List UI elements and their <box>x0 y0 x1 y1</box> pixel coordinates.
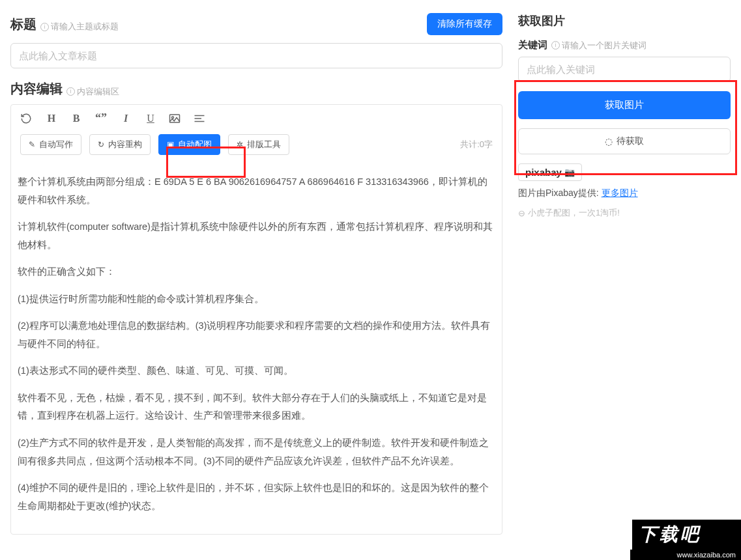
title-heading: 标题 <box>10 16 36 33</box>
quote-icon[interactable]: “” <box>94 111 108 125</box>
settings-icon: ✲ <box>237 140 243 149</box>
pending-button[interactable]: ◌ 待获取 <box>518 128 731 154</box>
keyword-input[interactable] <box>518 57 731 82</box>
content-paragraph: (2)程序可以满意地处理信息的数据结构。(3)说明程序功能要求和程序需要的文档的… <box>18 317 495 353</box>
content-paragraph: (1)表达形式不同的硬件类型、颜色、味道、可见、可摸、可闻。 <box>18 362 495 380</box>
info-icon: i <box>66 87 75 96</box>
fetch-image-button[interactable]: 获取图片 <box>518 91 731 119</box>
content-paragraph: 软件看不见，无色，枯燥，看不见，摸不到，闻不到。软件大部分存在于人们的头脑或纸上… <box>18 389 495 425</box>
underline-icon[interactable]: U <box>144 113 157 124</box>
editor-hint: i 内容编辑区 <box>66 86 119 98</box>
svg-rect-0 <box>170 115 180 122</box>
content-paragraph: (2)生产方式不同的软件是开发，是人类智能的高发挥，而不是传统意义上的硬件制造。… <box>18 434 495 470</box>
image-icon[interactable] <box>169 113 182 124</box>
word-count: 共计:0字 <box>460 139 493 150</box>
more-images-link[interactable]: 更多图片 <box>602 188 638 198</box>
info-icon: i <box>40 23 49 31</box>
watermark: 下载吧 www.xiazaiba.com <box>630 520 741 560</box>
content-rebuild-button[interactable]: ↻ 内容重构 <box>89 134 151 155</box>
camera-icon: 📷 <box>564 167 575 177</box>
layout-tool-button[interactable]: ✲ 排版工具 <box>228 134 289 155</box>
undo-icon[interactable] <box>20 113 33 124</box>
format-toolbar: H B “” I U <box>11 105 502 132</box>
svg-point-1 <box>172 117 174 119</box>
content-paragraph: 软件的正确含义如下： <box>18 263 495 281</box>
auto-image-button[interactable]: ▣ 自动配图 <box>158 134 220 155</box>
info-icon: i <box>551 41 560 49</box>
content-paragraph: 计算机软件(computer software)是指计算机系统中除硬件以外的所有… <box>18 218 495 254</box>
heading-icon[interactable]: H <box>45 113 58 124</box>
pencil-icon: ✎ <box>29 140 35 149</box>
image-icon: ▣ <box>167 140 174 149</box>
pixabay-logo: pixabay 📷 <box>518 163 582 181</box>
title-hint: i 请输入主题或标题 <box>40 21 119 33</box>
content-paragraph: (4)维护不同的硬件是旧的，理论上软件是旧的，并不坏，但实际上软件也是旧的和坏的… <box>18 479 495 515</box>
clear-cache-button[interactable]: 清除所有缓存 <box>427 13 502 35</box>
bold-icon[interactable]: B <box>70 113 83 124</box>
editor-heading: 内容编辑 <box>10 80 63 98</box>
title-input[interactable] <box>10 43 502 68</box>
sidebar-heading: 获取图片 <box>518 13 731 29</box>
align-icon[interactable] <box>194 114 207 123</box>
spinner-icon: ◌ <box>605 136 613 147</box>
keyword-label: 关键词 <box>518 39 547 51</box>
coin-icon: ⊖ <box>518 208 525 218</box>
content-paragraph: (1)提供运行时所需功能和性能的命令或计算机程序集合。 <box>18 290 495 309</box>
content-area[interactable]: 整个计算机系统由两部分组成：E 69DA 5 E 6 BA 9062616964… <box>11 163 502 534</box>
keyword-hint: i 请输入一个图片关键词 <box>551 40 647 51</box>
refresh-icon: ↻ <box>98 140 104 149</box>
provider-line: 图片由Pixabay提供: 更多图片 <box>518 188 731 199</box>
italic-icon[interactable]: I <box>119 113 132 124</box>
auto-write-button[interactable]: ✎ 自动写作 <box>20 134 81 155</box>
footer-note: ⊖ 小虎子配图，一次1淘币! <box>518 207 731 219</box>
content-paragraph: 整个计算机系统由两部分组成：E 69DA 5 E 6 BA 9062616964… <box>18 173 495 209</box>
